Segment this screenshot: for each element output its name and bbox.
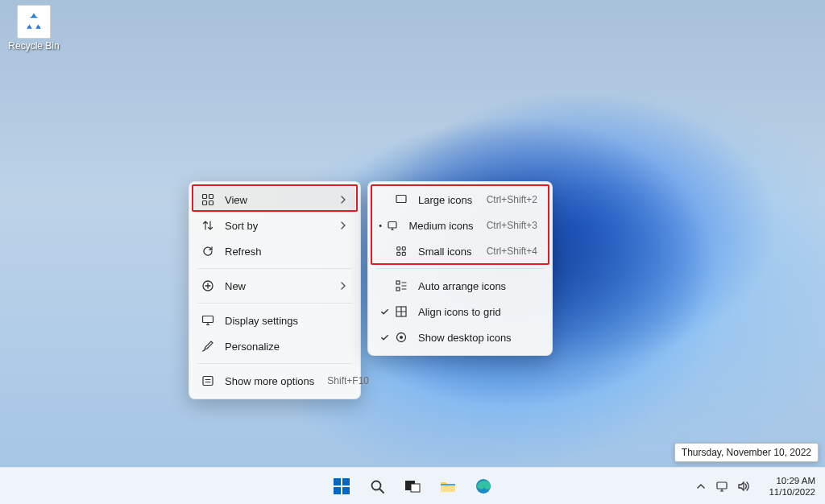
recycle-bin-icon (17, 5, 51, 39)
menu-item-label: Refresh (225, 246, 347, 258)
svg-rect-0 (203, 195, 207, 199)
radio-mark: • (378, 221, 383, 230)
system-tray[interactable] (688, 477, 756, 496)
svg-rect-9 (397, 247, 400, 250)
svg-rect-26 (441, 484, 455, 485)
svg-rect-8 (388, 222, 396, 229)
svg-rect-6 (203, 377, 213, 386)
chevron-right-icon (336, 221, 347, 229)
menu-item-label: Sort by (225, 220, 336, 232)
refresh-icon (201, 244, 215, 258)
submenu-item-shortcut: Ctrl+Shift+4 (487, 246, 537, 257)
taskbar-clock[interactable]: 10:29 AM 11/10/2022 (764, 475, 820, 498)
chevron-right-icon (336, 196, 347, 204)
taskbar-center (326, 471, 499, 502)
desktop-context-menu: View Sort by Refresh New Disp (189, 181, 361, 399)
check-mark (378, 333, 391, 342)
menu-separator (197, 363, 352, 364)
svg-rect-24 (411, 484, 420, 492)
view-submenu: Large icons Ctrl+Shift+2 • Medium icons … (367, 181, 553, 356)
svg-rect-12 (402, 252, 405, 255)
svg-point-22 (372, 481, 381, 490)
svg-rect-1 (209, 195, 214, 199)
menu-item-view[interactable]: View (194, 187, 355, 213)
menu-item-sort-by[interactable]: Sort by (194, 213, 355, 238)
menu-separator (376, 268, 544, 269)
submenu-item-large-icons[interactable]: Large icons Ctrl+Shift+2 (373, 187, 547, 213)
menu-item-label: Show more options (225, 375, 314, 387)
submenu-item-small-icons[interactable]: Small icons Ctrl+Shift+4 (373, 238, 547, 264)
clock-time: 10:29 AM (769, 475, 815, 486)
svg-rect-14 (396, 287, 400, 291)
svg-rect-20 (334, 487, 341, 494)
svg-rect-11 (397, 252, 400, 255)
small-icons-icon (394, 244, 408, 258)
monitor-icon (201, 313, 215, 328)
start-button[interactable] (326, 471, 357, 502)
large-icons-icon (394, 192, 408, 207)
svg-rect-2 (203, 201, 207, 205)
menu-item-display-settings[interactable]: Display settings (194, 308, 355, 333)
desktop-icon-label: Recycle Bin (8, 40, 60, 52)
menu-item-shortcut: Shift+F10 (327, 375, 369, 386)
menu-item-personalize[interactable]: Personalize (194, 333, 355, 359)
menu-separator (197, 303, 352, 304)
submenu-item-label: Auto arrange icons (418, 280, 537, 292)
taskbar-right: 10:29 AM 11/10/2022 (688, 468, 820, 504)
submenu-item-align-to-grid[interactable]: Align icons to grid (373, 299, 547, 324)
submenu-item-label: Large icons (418, 194, 474, 206)
paintbrush-icon (201, 339, 215, 353)
auto-arrange-icon (394, 279, 408, 293)
taskbar: 10:29 AM 11/10/2022 (0, 467, 825, 504)
view-grid-icon (201, 192, 215, 207)
menu-item-new[interactable]: New (194, 273, 355, 299)
menu-item-label: Display settings (225, 315, 347, 327)
submenu-item-label: Medium icons (408, 220, 473, 232)
date-tooltip: Thursday, November 10, 2022 (674, 443, 819, 462)
submenu-item-label: Show desktop icons (418, 332, 537, 344)
desktop-icons-icon (394, 330, 408, 345)
align-grid-icon (394, 304, 408, 319)
tray-chevron-icon[interactable] (694, 480, 707, 493)
svg-rect-7 (396, 196, 406, 203)
svg-rect-3 (209, 201, 214, 205)
submenu-item-label: Align icons to grid (418, 306, 537, 318)
submenu-item-auto-arrange[interactable]: Auto arrange icons (373, 273, 547, 299)
svg-rect-19 (342, 478, 350, 485)
clock-date: 11/10/2022 (769, 486, 815, 498)
volume-icon[interactable] (736, 480, 749, 493)
menu-item-label: Personalize (225, 341, 347, 353)
chevron-right-icon (336, 282, 347, 290)
submenu-item-shortcut: Ctrl+Shift+3 (487, 220, 537, 231)
svg-rect-18 (334, 478, 341, 485)
submenu-item-shortcut: Ctrl+Shift+2 (487, 194, 537, 205)
network-icon[interactable] (715, 480, 728, 493)
desktop-icon-recycle-bin[interactable]: Recycle Bin (8, 5, 60, 52)
submenu-item-show-desktop-icons[interactable]: Show desktop icons (373, 324, 547, 350)
file-explorer-button[interactable] (433, 471, 463, 502)
menu-item-refresh[interactable]: Refresh (194, 238, 355, 264)
submenu-item-medium-icons[interactable]: • Medium icons Ctrl+Shift+3 (373, 213, 547, 238)
submenu-item-label: Small icons (418, 246, 474, 258)
svg-rect-21 (342, 487, 350, 494)
more-options-icon (201, 374, 215, 388)
task-view-button[interactable] (397, 471, 428, 502)
edge-button[interactable] (468, 471, 499, 502)
search-button[interactable] (362, 471, 392, 502)
menu-separator (197, 268, 352, 269)
svg-rect-13 (396, 281, 400, 284)
svg-rect-5 (203, 316, 214, 323)
check-mark (378, 308, 391, 316)
menu-item-label: New (225, 280, 336, 292)
menu-item-label: View (225, 194, 336, 206)
menu-item-show-more-options[interactable]: Show more options Shift+F10 (194, 368, 355, 394)
plus-circle-icon (201, 279, 215, 293)
medium-icons-icon (386, 218, 399, 233)
svg-point-17 (400, 336, 403, 339)
svg-rect-28 (717, 482, 727, 489)
sort-icon (201, 218, 215, 233)
svg-rect-10 (402, 247, 405, 250)
